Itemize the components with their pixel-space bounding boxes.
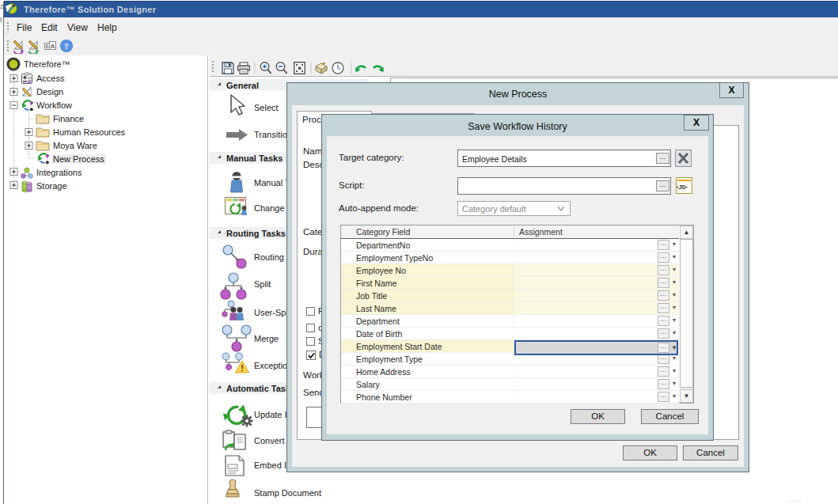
svg-text:6: 6 (46, 44, 49, 49)
svg-text:?: ? (64, 41, 69, 51)
svg-text:A: A (51, 43, 55, 50)
